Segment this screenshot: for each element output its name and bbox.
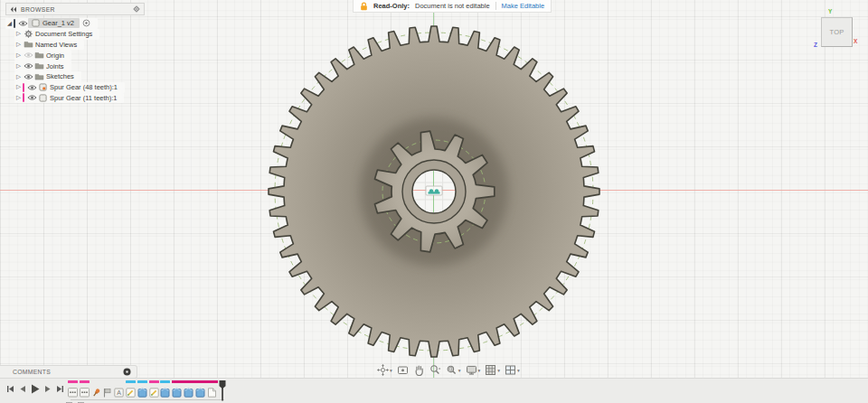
look-at-button[interactable]	[395, 363, 410, 377]
timeline-feature-group[interactable]	[80, 380, 91, 402]
eye-icon[interactable]	[24, 62, 33, 70]
joint-origin-box	[426, 186, 442, 195]
browser-row-gear-1-v2[interactable]: ◢Gear_1 v2	[5, 18, 98, 29]
dropdown-caret-icon[interactable]: ▾	[517, 368, 520, 373]
expand-group-button[interactable]	[78, 396, 84, 403]
small-gear-shadow	[360, 117, 508, 266]
viewports-icon[interactable]	[505, 364, 516, 376]
dropdown-caret-icon[interactable]: ▾	[390, 368, 392, 373]
collapsed-arrow-icon[interactable]: ▷	[14, 95, 23, 101]
timeline-feature-cube[interactable]	[137, 380, 149, 402]
browser-row-origin[interactable]: ▷Origin	[14, 50, 71, 61]
cube-icon[interactable]	[184, 388, 193, 398]
viewports-button[interactable]: ▾	[503, 363, 522, 377]
skip-start-icon[interactable]	[6, 385, 14, 393]
flag-icon[interactable]	[102, 388, 112, 398]
timeline-feature-sketch[interactable]	[149, 380, 161, 402]
zoom-icon[interactable]	[429, 364, 441, 376]
fit-icon[interactable]	[446, 364, 458, 376]
look-at-icon[interactable]	[397, 364, 409, 376]
timeline-feature-pin[interactable]	[91, 380, 103, 402]
browser-settings-gear-icon[interactable]	[133, 5, 140, 13]
browser-row-document-settings[interactable]: ▷Document Settings	[14, 29, 99, 40]
browser-header[interactable]: BROWSER	[5, 3, 145, 15]
timeline-feature-flag[interactable]	[102, 380, 114, 402]
sketch-icon[interactable]	[126, 388, 136, 398]
cube-icon[interactable]	[195, 388, 205, 398]
visibility-eye-icon[interactable]	[26, 84, 37, 91]
sketch-icon[interactable]	[149, 388, 159, 398]
timeline-feature-cube[interactable]	[184, 380, 195, 402]
timeline-feature-sketch[interactable]	[126, 380, 137, 402]
timeline-feature-cube[interactable]	[172, 380, 184, 402]
pan-button[interactable]	[411, 363, 427, 377]
svg-text:A: A	[117, 389, 121, 396]
collapsed-arrow-icon[interactable]: ▷	[14, 31, 23, 37]
browser-row-spur-gear-48-teeth-1[interactable]: ▷Spur Gear (48 teeth):1	[14, 82, 125, 93]
play-icon[interactable]	[31, 384, 40, 394]
dropdown-caret-icon[interactable]: ▾	[458, 368, 461, 373]
dropdown-caret-icon[interactable]: ▾	[497, 368, 500, 373]
collapsed-arrow-icon[interactable]: ▷	[14, 52, 23, 59]
skip-end-icon[interactable]	[56, 385, 64, 393]
timeline-feature-cube[interactable]	[160, 380, 172, 402]
timeline-scrubber[interactable]	[218, 380, 227, 402]
orbit-button[interactable]: ▾	[375, 363, 394, 377]
make-editable-link[interactable]: Make Editable	[502, 2, 545, 10]
visibility-eye-icon[interactable]	[23, 52, 33, 59]
grid-settings-button[interactable]: ▾	[483, 363, 502, 377]
page-icon[interactable]	[207, 388, 217, 398]
browser-row-joints[interactable]: ▷Joints	[14, 61, 71, 71]
timeline-feature-page[interactable]	[207, 380, 219, 402]
playback-play-button[interactable]	[31, 384, 40, 394]
cube-icon[interactable]	[172, 388, 182, 398]
comment-indicator-icon[interactable]	[123, 368, 131, 376]
comments-panel[interactable]: COMMENTS	[0, 365, 137, 379]
selected-item-box[interactable]: Gear_1 v2	[28, 18, 80, 28]
visibility-eye-icon[interactable]	[17, 20, 28, 27]
playback-step-forward-button[interactable]	[44, 385, 52, 393]
collapsed-arrow-icon[interactable]: ▷	[14, 42, 23, 48]
visibility-eye-icon[interactable]	[23, 73, 33, 80]
cube-icon[interactable]	[160, 388, 170, 398]
zoom-button[interactable]	[428, 363, 443, 377]
eye-icon[interactable]	[18, 20, 28, 27]
pan-icon[interactable]	[413, 364, 425, 376]
radio-icon[interactable]	[82, 19, 90, 27]
collapsed-arrow-icon[interactable]: ▷	[14, 63, 23, 70]
collapsed-arrow-icon[interactable]: ▷	[14, 84, 23, 90]
eye-icon[interactable]	[24, 52, 33, 59]
display-settings-icon[interactable]	[466, 364, 477, 376]
timeline-feature-text-feature[interactable]: A	[114, 380, 126, 402]
expanded-arrow-icon[interactable]: ◢	[5, 21, 14, 27]
pin-icon[interactable]	[91, 388, 101, 398]
timeline-feature-cube[interactable]	[195, 380, 207, 402]
display-settings-button[interactable]: ▾	[464, 363, 483, 377]
eye-icon[interactable]	[24, 73, 33, 80]
playback-step-back-button[interactable]	[19, 385, 26, 393]
browser-row-named-views[interactable]: ▷Named Views	[14, 40, 84, 51]
fit-button[interactable]: ▾	[444, 363, 463, 377]
dropdown-caret-icon[interactable]: ▾	[478, 368, 481, 373]
grid-settings-icon[interactable]	[485, 364, 496, 376]
eye-icon[interactable]	[27, 84, 37, 91]
visibility-eye-icon[interactable]	[26, 94, 37, 101]
browser-row-spur-gear-11-teeth-1[interactable]: ▷Spur Gear (11 teeth):1	[14, 93, 124, 104]
eye-icon[interactable]	[27, 94, 37, 101]
visibility-eye-icon[interactable]	[23, 62, 33, 70]
step-back-icon[interactable]	[19, 385, 26, 393]
playback-skip-start-button[interactable]	[6, 385, 14, 393]
expand-group-button[interactable]	[66, 396, 72, 403]
playback-skip-end-button[interactable]	[56, 385, 64, 393]
orbit-icon[interactable]	[377, 364, 389, 376]
activate-component-radio[interactable]	[82, 19, 90, 27]
viewcube[interactable]: TOP Y X Z	[812, 7, 863, 54]
viewcube-top-face[interactable]: TOP	[821, 17, 853, 47]
cube-icon[interactable]	[137, 388, 147, 398]
collapse-panel-icon[interactable]	[10, 6, 17, 13]
text-feature-icon[interactable]: A	[114, 388, 124, 398]
browser-row-sketches[interactable]: ▷Sketches	[14, 71, 81, 82]
folder-icon	[34, 62, 44, 70]
collapsed-arrow-icon[interactable]: ▷	[14, 74, 23, 80]
step-forward-icon[interactable]	[44, 385, 52, 393]
